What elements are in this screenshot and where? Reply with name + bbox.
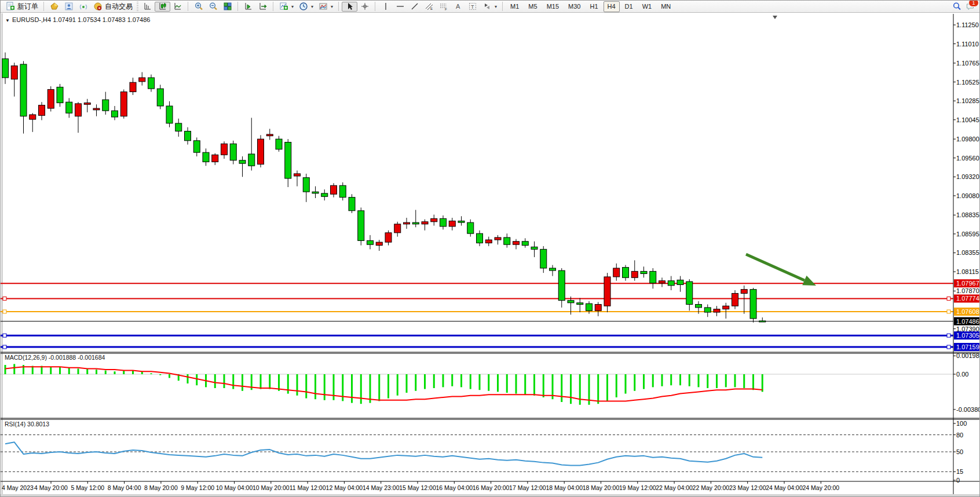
crosshair-tool-button[interactable] — [357, 2, 372, 12]
candle — [412, 222, 419, 224]
timeframe-m1[interactable]: M1 — [506, 1, 523, 12]
date-label[interactable]: 17 May 12:00 — [509, 484, 546, 491]
date-label[interactable]: 22 May 04:00 — [656, 484, 693, 491]
svg-text:T: T — [471, 4, 474, 10]
text-tool-button[interactable]: A — [451, 2, 465, 12]
bar-chart-button[interactable] — [140, 2, 155, 12]
hline-handle[interactable] — [947, 297, 950, 300]
date-label[interactable]: 12 May 04:00 — [326, 484, 363, 491]
candle — [431, 218, 437, 221]
timeframe-mn[interactable]: MN — [657, 1, 675, 12]
channel-tool-button[interactable]: E — [422, 2, 436, 12]
templates-button[interactable]: ▾ — [316, 2, 335, 12]
periods-button[interactable]: ▾ — [296, 2, 316, 12]
candlestick-chart-button[interactable] — [155, 2, 170, 12]
chart-title[interactable]: ▼EURUSD-,H4 1.07491 1.07534 1.07483 1.07… — [5, 16, 150, 23]
hline-handle[interactable] — [947, 345, 950, 349]
date-label[interactable]: 10 May 04:00 — [216, 484, 253, 491]
date-label[interactable]: 18 May 20:00 — [583, 484, 620, 491]
date-label[interactable]: 15 May 12:00 — [399, 484, 436, 491]
cursor-tool-button[interactable] — [342, 2, 357, 12]
date-label[interactable]: 9 May 12:00 — [181, 484, 214, 491]
date-label[interactable]: 22 May 20:00 — [693, 484, 730, 491]
profile-button[interactable] — [61, 2, 76, 12]
fibonacci-tool-button[interactable]: F — [436, 2, 451, 12]
date-label[interactable]: 18 May 04:00 — [546, 484, 583, 491]
auto-trading-button[interactable]: 自动交易 — [90, 2, 135, 12]
hline-handle[interactable] — [3, 334, 6, 337]
rsi-scale-label: 15 — [956, 468, 963, 475]
candle — [495, 237, 501, 240]
date-label[interactable]: 8 May 04:00 — [108, 484, 141, 491]
candle — [650, 271, 656, 283]
line-chart-button[interactable] — [170, 2, 185, 12]
candle — [166, 106, 173, 123]
date-label[interactable]: 11 May 12:00 — [290, 484, 326, 491]
candle — [449, 221, 455, 226]
date-label[interactable]: 19 May 12:00 — [619, 484, 656, 491]
horizontal-line-tool-button[interactable] — [393, 2, 407, 12]
zoom-out-button[interactable] — [206, 2, 220, 12]
text-label-tool-button[interactable]: T — [465, 2, 480, 12]
toolbar-separator — [43, 2, 44, 11]
deposit-button[interactable] — [47, 2, 61, 12]
arrows-tool-button[interactable]: ▾ — [480, 2, 499, 12]
date-label[interactable]: 24 May 04:00 — [766, 484, 803, 491]
price-tick-label: 1.10765 — [956, 60, 979, 67]
trendline-tool-button[interactable] — [407, 2, 422, 12]
text-label-icon: T — [467, 2, 477, 11]
hline-handle[interactable] — [947, 310, 950, 313]
date-label[interactable]: 16 May 20:00 — [473, 484, 510, 491]
tile-windows-button[interactable] — [220, 2, 235, 12]
new-order-button[interactable]: 新订单 — [3, 2, 41, 12]
horizontal-line-icon — [395, 2, 405, 11]
date-label[interactable]: 23 May 12:00 — [729, 484, 766, 491]
date-label[interactable]: 16 May 04:00 — [436, 484, 473, 491]
zoom-in-button[interactable] — [191, 2, 206, 12]
toolbar-separator — [188, 2, 188, 11]
candle — [339, 185, 346, 197]
hline-handle[interactable] — [947, 334, 950, 337]
candle — [66, 102, 72, 113]
timeframe-w1[interactable]: W1 — [638, 1, 656, 12]
candle — [540, 249, 547, 268]
candle — [212, 155, 218, 162]
chart-canvas[interactable]: 1.112501.110101.107651.105251.102851.100… — [1, 1, 980, 497]
date-label[interactable]: 10 May 20:00 — [253, 484, 290, 491]
price-tick-label: 1.10045 — [956, 116, 979, 123]
timeframe-m15[interactable]: M15 — [543, 1, 563, 12]
vertical-line-tool-button[interactable] — [378, 2, 393, 12]
new-order-icon — [5, 2, 15, 11]
auto-scroll-icon — [243, 2, 253, 11]
signal-button[interactable] — [76, 2, 90, 12]
hline-handle[interactable] — [3, 345, 6, 349]
candle — [531, 247, 537, 249]
toolbar-separator — [375, 2, 375, 11]
candle — [303, 178, 309, 192]
timeframe-m5[interactable]: M5 — [524, 1, 541, 12]
candle — [558, 271, 565, 301]
date-label[interactable]: 4 May 20:00 — [34, 484, 68, 491]
date-label[interactable]: 14 May 23:00 — [363, 484, 400, 491]
date-label[interactable]: 5 May 12:00 — [71, 484, 104, 491]
price-tick-label: 1.09800 — [956, 136, 979, 142]
notification-badge: 1 — [968, 0, 979, 7]
toolbar-separator — [338, 2, 339, 11]
date-label[interactable]: 24 May 20:00 — [802, 484, 839, 491]
rsi-scale-label: 100 — [956, 420, 967, 427]
candlestick-chart-icon — [158, 2, 167, 11]
indicators-button[interactable]: ▾ — [276, 2, 296, 12]
date-label[interactable]: 8 May 20:00 — [144, 484, 178, 491]
search-icon[interactable] — [952, 2, 961, 11]
hline-handle[interactable] — [3, 297, 6, 300]
timeframe-d1[interactable]: D1 — [621, 1, 637, 12]
notifications-icon[interactable]: 1 — [965, 2, 975, 11]
date-label[interactable]: 4 May 2023 — [2, 484, 34, 491]
timeframe-h4[interactable]: H4 — [604, 1, 620, 12]
candle — [93, 108, 100, 110]
chart-shift-button[interactable] — [255, 2, 270, 12]
auto-scroll-button[interactable] — [241, 2, 255, 12]
timeframe-h1[interactable]: H1 — [586, 1, 602, 12]
hline-handle[interactable] — [3, 310, 6, 313]
timeframe-m30[interactable]: M30 — [564, 1, 584, 12]
